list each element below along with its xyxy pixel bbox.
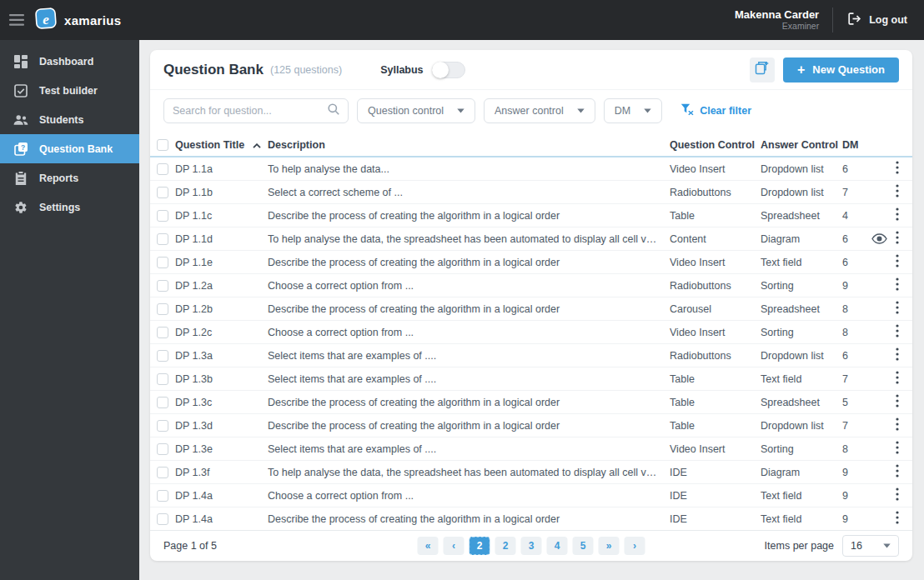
kebab-menu-icon[interactable] — [896, 371, 899, 387]
table-row[interactable]: DP 1.1c Describe the process of creating… — [150, 204, 912, 228]
table-row[interactable]: DP 1.1b Select a correct scheme of ... R… — [150, 181, 912, 204]
search-input[interactable] — [173, 105, 328, 117]
question-title-cell: DP 1.2c — [175, 327, 268, 338]
pagination-page-5[interactable]: 5 — [573, 537, 594, 555]
column-description[interactable]: Description — [268, 139, 670, 151]
kebab-menu-icon[interactable] — [896, 511, 899, 527]
table-row[interactable]: DP 1.2a Choose a correct option from ...… — [150, 274, 912, 298]
table-row[interactable]: DP 1.2c Choose a correct option from ...… — [150, 321, 912, 344]
pagination-page-1[interactable]: 2 — [470, 537, 490, 555]
row-checkbox[interactable] — [157, 233, 168, 245]
row-checkbox[interactable] — [157, 280, 168, 292]
row-checkbox[interactable] — [157, 327, 168, 338]
row-checkbox[interactable] — [157, 490, 168, 502]
pagination-page-4[interactable]: 4 — [547, 537, 568, 555]
dm-cell: 6 — [842, 350, 867, 362]
kebab-menu-icon[interactable] — [896, 208, 899, 223]
description-cell: Describe the process of creating the alg… — [268, 303, 670, 315]
row-checkbox[interactable] — [157, 420, 168, 432]
table-row[interactable]: DP 1.1e Describe the process of creating… — [150, 251, 912, 274]
dm-cell: 9 — [842, 490, 867, 502]
column-question-control[interactable]: Question Control — [670, 139, 761, 151]
table-row[interactable]: DP 1.1a To help analyse the data... Vide… — [150, 158, 912, 181]
table-row[interactable]: DP 1.3d Describe the process of creating… — [150, 414, 912, 438]
pagination: «‹22345»› — [418, 537, 645, 555]
table-row[interactable]: DP 1.2b Describe the process of creating… — [150, 298, 912, 321]
answer-control-cell: Spreadsheet — [761, 210, 842, 222]
syllabus-toggle[interactable] — [432, 62, 465, 78]
row-checkbox[interactable] — [157, 397, 168, 408]
hamburger-menu-icon[interactable] — [0, 14, 33, 26]
table-row[interactable]: DP 1.1d To help analyse the data, the sp… — [150, 228, 912, 251]
table-row[interactable]: DP 1.3c Describe the process of creating… — [150, 391, 912, 414]
duplicate-question-button[interactable] — [750, 58, 775, 82]
description-cell: Describe the process of creating the alg… — [268, 210, 670, 222]
pagination-next[interactable]: › — [625, 537, 645, 555]
table-row[interactable]: DP 1.3b Select items that are examples o… — [150, 368, 912, 391]
kebab-menu-icon[interactable] — [896, 394, 899, 410]
question-control-cell: Table — [670, 397, 761, 408]
kebab-menu-icon[interactable] — [896, 441, 899, 457]
table-row[interactable]: DP 1.4a Choose a correct option from ...… — [150, 484, 912, 508]
description-cell: Describe the process of creating the alg… — [268, 420, 670, 432]
sidebar-item-students[interactable]: Students — [0, 105, 139, 134]
kebab-menu-icon[interactable] — [896, 488, 899, 503]
table-row[interactable]: DP 1.3f To help analyse the data, the sp… — [150, 461, 912, 484]
kebab-menu-icon[interactable] — [896, 348, 899, 363]
new-question-button[interactable]: + New Question — [783, 58, 899, 82]
kebab-menu-icon[interactable] — [896, 464, 899, 480]
pagination-prev[interactable]: ‹ — [444, 537, 465, 555]
column-answer-control[interactable]: Answer Control — [761, 139, 842, 151]
kebab-menu-icon[interactable] — [896, 278, 899, 293]
description-cell: Choose a correct option from ... — [268, 327, 670, 338]
table-row[interactable]: DP 1.4a Describe the process of creating… — [150, 508, 912, 530]
pagination-page-2[interactable]: 2 — [495, 537, 516, 555]
select-all-checkbox[interactable] — [157, 139, 168, 151]
column-dm[interactable]: DM — [842, 139, 867, 151]
sort-asc-icon[interactable] — [253, 143, 261, 148]
kebab-menu-icon[interactable] — [896, 254, 899, 270]
kebab-menu-icon[interactable] — [896, 161, 899, 177]
sidebar-item-test-builder[interactable]: Test builder — [0, 76, 139, 105]
filter-dropdown-question-control[interactable]: Question control — [357, 98, 475, 123]
eye-icon[interactable] — [871, 233, 887, 244]
question-control-cell: Carousel — [670, 303, 761, 315]
filter-dropdown-answer-control[interactable]: Answer control — [484, 98, 595, 123]
row-checkbox[interactable] — [157, 303, 168, 315]
logout-button[interactable]: Log out — [833, 12, 924, 28]
kebab-menu-icon[interactable] — [896, 301, 899, 317]
filter-dropdown-dm[interactable]: DM — [604, 98, 662, 123]
row-checkbox[interactable] — [157, 373, 168, 385]
question-title-cell: DP 1.4a — [175, 490, 268, 502]
filter-row: Question control Answer control DM Clear… — [163, 98, 899, 123]
pagination-last[interactable]: » — [599, 537, 620, 555]
sidebar-item-reports[interactable]: Reports — [0, 163, 139, 192]
sidebar-item-settings[interactable]: Settings — [0, 192, 139, 222]
row-checkbox[interactable] — [157, 350, 168, 362]
column-question-title[interactable]: Question Title — [175, 139, 268, 151]
kebab-menu-icon[interactable] — [896, 184, 899, 200]
question-control-cell: Video Insert — [670, 327, 761, 338]
sidebar-item-dashboard[interactable]: Dashboard — [0, 47, 139, 76]
row-checkbox[interactable] — [157, 467, 168, 478]
row-checkbox[interactable] — [157, 257, 168, 268]
pagination-page-3[interactable]: 3 — [521, 537, 542, 555]
kebab-menu-icon[interactable] — [896, 418, 899, 433]
pagination-first[interactable]: « — [418, 537, 439, 555]
answer-control-cell: Sorting — [761, 327, 842, 338]
row-checkbox[interactable] — [157, 513, 168, 525]
row-checkbox[interactable] — [157, 443, 168, 455]
row-checkbox[interactable] — [157, 187, 168, 198]
brand: e xamarius — [35, 8, 121, 33]
kebab-menu-icon[interactable] — [896, 324, 899, 340]
sidebar-item-question-bank[interactable]: ? Question Bank — [0, 134, 139, 163]
clipboard-plus-icon — [755, 61, 769, 78]
table-row[interactable]: DP 1.3a Select items that are examples o… — [150, 344, 912, 368]
kebab-menu-icon[interactable] — [896, 231, 899, 247]
clear-filter-button[interactable]: Clear filter — [680, 103, 751, 118]
table-row[interactable]: DP 1.3e Select items that are examples o… — [150, 438, 912, 461]
caret-down-icon — [644, 108, 651, 113]
items-per-page-select[interactable]: 16 — [842, 535, 899, 557]
row-checkbox[interactable] — [157, 210, 168, 222]
row-checkbox[interactable] — [157, 163, 168, 175]
